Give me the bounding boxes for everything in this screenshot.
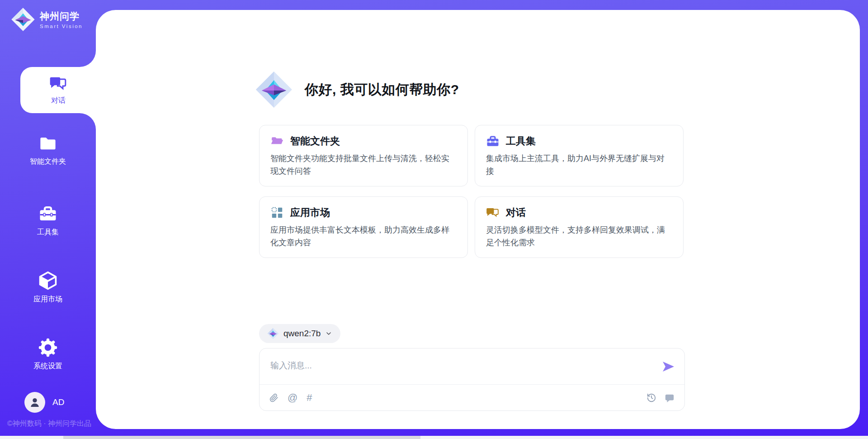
composer-right-tools bbox=[646, 393, 675, 403]
hashtag-icon[interactable]: # bbox=[307, 393, 312, 403]
sidebar: 神州问学 Smart Vision 智能文件夹 工具集 应用市场 bbox=[0, 0, 96, 439]
avatar bbox=[24, 392, 45, 413]
card-description: 灵活切换多模型文件，支持多样回复效果调试，满足个性化需求 bbox=[486, 224, 672, 249]
card-description: 集成市场上主流工具，助力AI与外界无缝扩展与对接 bbox=[486, 153, 672, 178]
sidebar-item-label: 工具集 bbox=[37, 228, 59, 237]
scrollbar-thumb[interactable] bbox=[63, 436, 420, 439]
message-input[interactable] bbox=[270, 353, 650, 378]
card-title: 应用市场 bbox=[290, 206, 330, 220]
sidebar-item-label: 智能文件夹 bbox=[30, 157, 66, 167]
card-chat[interactable]: 对话 灵活切换多模型文件，支持多样回复效果调试，满足个性化需求 bbox=[475, 196, 684, 258]
card-smart-folder[interactable]: 智能文件夹 智能文件夹功能支持批量文件上传与清洗，轻松实现文件问答 bbox=[259, 125, 468, 186]
mention-icon[interactable]: @ bbox=[288, 393, 297, 403]
open-folder-icon bbox=[270, 134, 284, 148]
diamond-logo-icon bbox=[255, 71, 293, 109]
chat-bubbles-icon bbox=[486, 206, 500, 220]
sidebar-item-label: 系统设置 bbox=[33, 362, 62, 371]
brand-name: 神州问学 bbox=[40, 10, 83, 23]
card-description: 应用市场提供丰富长文本模板，助力高效生成多样化文章内容 bbox=[270, 224, 457, 249]
hero-greeting: 你好, 我可以如何帮助你? bbox=[255, 71, 459, 109]
card-toolset[interactable]: 工具集 集成市场上主流工具，助力AI与外界无缝扩展与对接 bbox=[475, 125, 684, 186]
user-profile[interactable]: AD bbox=[24, 392, 64, 413]
message-composer: @ # bbox=[259, 348, 685, 411]
feature-cards: 智能文件夹 智能文件夹功能支持批量文件上传与清洗，轻松实现文件问答 工具集 集成… bbox=[259, 125, 684, 258]
sidebar-footer: ©神州数码 · 神州问学出品 bbox=[7, 419, 91, 429]
paperclip-icon[interactable] bbox=[269, 393, 278, 403]
brand-text: 神州问学 Smart Vision bbox=[40, 10, 83, 29]
card-title: 工具集 bbox=[506, 134, 536, 148]
brand: 神州问学 Smart Vision bbox=[11, 7, 83, 32]
gear-icon bbox=[38, 338, 58, 358]
card-title: 对话 bbox=[506, 206, 526, 220]
toolbox-icon bbox=[38, 205, 58, 224]
page-title: 你好, 我可以如何帮助你? bbox=[305, 81, 459, 99]
brand-subtitle: Smart Vision bbox=[40, 24, 83, 29]
history-icon[interactable] bbox=[646, 393, 656, 403]
sidebar-item-smart-folder[interactable]: 智能文件夹 bbox=[0, 134, 96, 167]
chevron-down-icon bbox=[325, 330, 332, 337]
composer-toolbar: @ # bbox=[259, 385, 684, 410]
brand-logo-icon bbox=[11, 7, 35, 32]
main-content-panel: 你好, 我可以如何帮助你? 智能文件夹 智能文件夹功能支持批量文件上传与清洗，轻… bbox=[96, 10, 860, 429]
diamond-logo-icon bbox=[267, 328, 279, 339]
composer-left-tools: @ # bbox=[269, 393, 312, 403]
blocks-icon bbox=[270, 206, 284, 220]
model-name: qwen2:7b bbox=[283, 329, 321, 339]
folder-icon bbox=[38, 134, 58, 153]
card-app-market[interactable]: 应用市场 应用市场提供丰富长文本模板，助力高效生成多样化文章内容 bbox=[259, 196, 468, 258]
sidebar-item-toolset[interactable]: 工具集 bbox=[0, 205, 96, 237]
card-header: 对话 bbox=[486, 206, 672, 220]
card-header: 应用市场 bbox=[270, 206, 457, 220]
cube-icon bbox=[38, 271, 58, 291]
card-header: 智能文件夹 bbox=[270, 134, 457, 148]
card-title: 智能文件夹 bbox=[290, 134, 340, 148]
sidebar-item-settings[interactable]: 系统设置 bbox=[0, 338, 96, 371]
horizontal-scrollbar[interactable] bbox=[0, 436, 868, 439]
model-selector[interactable]: qwen2:7b bbox=[259, 324, 340, 343]
user-name: AD bbox=[52, 397, 64, 407]
card-header: 工具集 bbox=[486, 134, 672, 148]
sidebar-item-label: 应用市场 bbox=[33, 295, 62, 304]
send-icon[interactable] bbox=[661, 359, 675, 374]
card-description: 智能文件夹功能支持批量文件上传与清洗，轻松实现文件问答 bbox=[270, 153, 457, 178]
person-icon bbox=[28, 396, 42, 409]
chat-bubble-icon[interactable] bbox=[665, 393, 675, 403]
toolbox-icon bbox=[486, 134, 500, 148]
sidebar-item-app-market[interactable]: 应用市场 bbox=[0, 271, 96, 304]
